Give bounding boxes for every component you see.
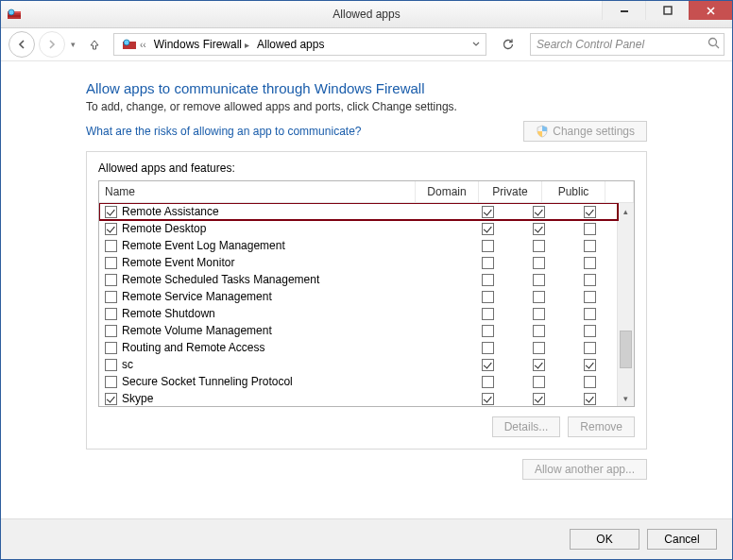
domain-checkbox[interactable] [482, 359, 494, 371]
refresh-button[interactable] [496, 32, 520, 57]
private-cell [516, 376, 567, 388]
domain-checkbox[interactable] [482, 376, 494, 388]
page-subheading: To add, change, or remove allowed apps a… [86, 100, 647, 113]
enable-checkbox[interactable] [105, 308, 117, 320]
content: Allow apps to communicate through Window… [1, 61, 732, 518]
enable-checkbox[interactable] [105, 206, 117, 218]
breadcrumb[interactable]: ‹‹ Windows Firewall ▸ Allowed apps [113, 33, 486, 56]
enable-checkbox[interactable] [105, 342, 117, 354]
domain-checkbox[interactable] [482, 342, 494, 354]
private-checkbox[interactable] [533, 206, 545, 218]
cancel-button[interactable]: Cancel [647, 529, 717, 550]
app-row[interactable]: Remote Shutdown [99, 305, 618, 322]
domain-checkbox[interactable] [482, 325, 494, 337]
public-checkbox[interactable] [584, 325, 596, 337]
public-checkbox[interactable] [584, 223, 596, 235]
public-cell [567, 291, 618, 303]
up-button[interactable] [85, 35, 104, 54]
app-row[interactable]: Remote Event Monitor [99, 254, 618, 271]
history-chevron-icon[interactable]: ▾ [71, 40, 76, 49]
private-checkbox[interactable] [533, 359, 545, 371]
app-name: sc [122, 358, 465, 371]
breadcrumb-part-firewall[interactable]: Windows Firewall ▸ [150, 34, 253, 55]
back-button[interactable] [9, 31, 35, 58]
public-checkbox[interactable] [584, 257, 596, 269]
public-checkbox[interactable] [584, 359, 596, 371]
enable-checkbox[interactable] [105, 359, 117, 371]
column-domain[interactable]: Domain [416, 181, 479, 202]
private-cell [516, 223, 567, 235]
change-settings-button[interactable]: Change settings [523, 121, 647, 142]
domain-checkbox[interactable] [482, 393, 494, 405]
domain-checkbox[interactable] [482, 308, 494, 320]
app-row[interactable]: Routing and Remote Access [99, 339, 618, 356]
domain-checkbox[interactable] [482, 274, 494, 286]
app-row[interactable]: sc [99, 356, 618, 373]
enable-checkbox[interactable] [105, 376, 117, 388]
public-checkbox[interactable] [584, 291, 596, 303]
firewall-app-icon [7, 7, 22, 22]
enable-checkbox[interactable] [105, 223, 117, 235]
app-row[interactable]: Remote Desktop [99, 220, 618, 237]
enable-checkbox[interactable] [105, 257, 117, 269]
ok-button[interactable]: OK [570, 529, 639, 550]
app-row[interactable]: Skype [99, 390, 618, 406]
breadcrumb-dropdown[interactable] [469, 36, 484, 53]
public-checkbox[interactable] [584, 393, 596, 405]
app-row[interactable]: Remote Volume Management [99, 322, 618, 339]
column-name[interactable]: Name [99, 181, 416, 202]
enable-checkbox[interactable] [105, 325, 117, 337]
private-checkbox[interactable] [533, 376, 545, 388]
domain-checkbox[interactable] [482, 240, 494, 252]
group-label: Allowed apps and features: [98, 161, 635, 175]
app-row[interactable]: Remote Scheduled Tasks Management [99, 271, 618, 288]
private-checkbox[interactable] [533, 291, 545, 303]
breadcrumb-part-allowed[interactable]: Allowed apps [253, 34, 328, 55]
enable-checkbox[interactable] [105, 291, 117, 303]
private-checkbox[interactable] [533, 257, 545, 269]
details-button[interactable]: Details... [492, 416, 561, 437]
risk-link[interactable]: What are the risks of allowing an app to… [86, 125, 361, 138]
scroll-up-button[interactable]: ▴ [618, 203, 634, 219]
scroll-thumb[interactable] [620, 331, 632, 368]
app-row[interactable]: Secure Socket Tunneling Protocol [99, 373, 618, 390]
scroll-down-button[interactable]: ▾ [618, 390, 634, 406]
domain-checkbox[interactable] [482, 223, 494, 235]
search-input[interactable] [535, 37, 704, 52]
private-checkbox[interactable] [533, 223, 545, 235]
public-checkbox[interactable] [584, 376, 596, 388]
private-checkbox[interactable] [533, 325, 545, 337]
enable-checkbox[interactable] [105, 393, 117, 405]
app-row[interactable]: Remote Service Management [99, 288, 618, 305]
app-row[interactable]: Remote Event Log Management [99, 237, 618, 254]
column-public[interactable]: Public [542, 181, 605, 202]
public-checkbox[interactable] [584, 342, 596, 354]
scroll-track[interactable] [618, 219, 634, 390]
search-box[interactable] [530, 33, 724, 56]
public-checkbox[interactable] [584, 206, 596, 218]
close-button[interactable] [689, 1, 732, 20]
enable-checkbox[interactable] [105, 274, 117, 286]
allow-another-app-button[interactable]: Allow another app... [522, 459, 647, 480]
column-private[interactable]: Private [479, 181, 542, 202]
remove-button[interactable]: Remove [568, 416, 635, 437]
maximize-button[interactable] [645, 1, 689, 20]
forward-button[interactable] [39, 31, 65, 58]
enable-checkbox[interactable] [105, 240, 117, 252]
private-checkbox[interactable] [533, 342, 545, 354]
domain-checkbox[interactable] [482, 257, 494, 269]
scrollbar[interactable]: ▴ ▾ [617, 203, 634, 406]
public-checkbox[interactable] [584, 274, 596, 286]
private-checkbox[interactable] [533, 274, 545, 286]
breadcrumb-root-icon[interactable]: ‹‹ [118, 34, 150, 55]
public-checkbox[interactable] [584, 240, 596, 252]
domain-checkbox[interactable] [482, 206, 494, 218]
domain-checkbox[interactable] [482, 291, 494, 303]
private-checkbox[interactable] [533, 240, 545, 252]
public-checkbox[interactable] [584, 308, 596, 320]
minimize-button[interactable] [602, 1, 645, 20]
app-row[interactable]: Remote Assistance [99, 203, 618, 220]
private-checkbox[interactable] [533, 393, 545, 405]
public-cell [567, 206, 618, 218]
private-checkbox[interactable] [533, 308, 545, 320]
